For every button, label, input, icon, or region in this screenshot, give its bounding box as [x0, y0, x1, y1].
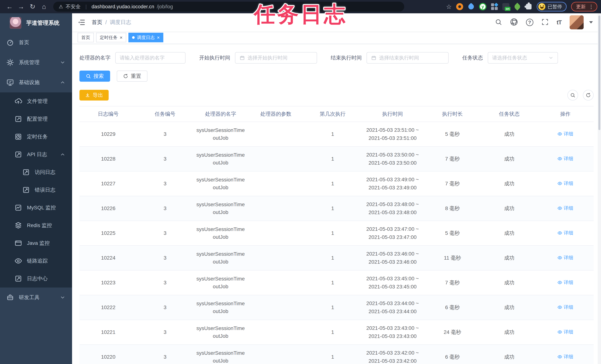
cell-handler-param: [248, 157, 304, 161]
hamburger-icon[interactable]: [78, 19, 85, 26]
handler-name-field[interactable]: [120, 55, 181, 61]
address-bar[interactable]: ⚠ 不安全 | dashboard.yudao.iocoder.cn/job/l…: [53, 2, 404, 12]
user-avatar[interactable]: [570, 15, 584, 29]
cell-execute-index: 1: [303, 327, 361, 337]
detail-link[interactable]: 详细: [557, 230, 573, 236]
sidebar-item-config-manage[interactable]: 配置管理: [0, 110, 72, 128]
extensions-puzzle-icon[interactable]: [525, 3, 532, 10]
eye-icon: [557, 305, 562, 310]
tag-close-icon[interactable]: ×: [120, 35, 122, 40]
search-icon: [86, 73, 91, 79]
refresh-icon: [586, 92, 591, 98]
sidebar-item-job[interactable]: 定时任务: [0, 128, 72, 146]
browser-update-menu-button[interactable]: 更新 ⋮: [571, 2, 597, 11]
app-logo[interactable]: 芋道管理系统: [0, 13, 72, 32]
sidebar-item-home[interactable]: 首页: [0, 32, 72, 52]
active-dot-icon: [132, 36, 135, 39]
table-row: 10220 3 sysUserSessionTimeoutJob 1 2021-…: [80, 345, 594, 364]
browser-home-button[interactable]: ⌂: [39, 0, 49, 13]
bookmark-star-icon[interactable]: ☆: [446, 3, 452, 10]
github-icon[interactable]: [510, 18, 518, 27]
detail-link[interactable]: 详细: [557, 131, 573, 137]
extension-blue-drop-icon[interactable]: [468, 3, 475, 10]
sidebar-item-infra[interactable]: 基础设施: [0, 72, 72, 92]
end-time-picker[interactable]: [367, 52, 449, 64]
cell-log-id: 10223: [80, 278, 137, 287]
detail-link[interactable]: 详细: [557, 180, 573, 187]
detail-link[interactable]: 详细: [557, 205, 573, 211]
detail-link[interactable]: 详细: [557, 155, 573, 162]
detail-link[interactable]: 详细: [557, 329, 573, 335]
reset-button[interactable]: 重置: [117, 71, 147, 82]
status-select-field[interactable]: [492, 55, 546, 61]
page-scrollbar[interactable]: [598, 13, 601, 364]
search-button[interactable]: 搜索: [80, 71, 110, 82]
filter-begin-time: 开始执行时间: [199, 52, 317, 64]
end-time-field[interactable]: [379, 55, 444, 61]
cell-execute-time: 2021-05-03 23:47:00 ~ 2021-05-03 23:47:0…: [362, 223, 423, 243]
chevron-down-icon: [60, 60, 65, 65]
sidebar-item-file-manage[interactable]: 文件管理: [0, 92, 72, 110]
detail-link[interactable]: 详细: [557, 354, 573, 360]
sidebar-item-system[interactable]: 系统管理: [0, 52, 72, 72]
detail-link[interactable]: 详细: [557, 304, 573, 310]
cell-actions: 详细: [537, 327, 594, 338]
status-select[interactable]: [488, 52, 558, 64]
sidebar-item-mysql-monitor[interactable]: MySQL 监控: [0, 199, 72, 217]
col-handler-name: 处理器的名字: [193, 111, 248, 118]
cell-handler-name: sysUserSessionTimeoutJob: [193, 323, 248, 342]
extension-green-y-icon[interactable]: y: [479, 3, 486, 10]
tag-close-icon[interactable]: ×: [157, 35, 160, 40]
sidebar-item-trace[interactable]: 链路追踪: [0, 252, 72, 270]
sidebar-item-log-center[interactable]: 日志中心: [0, 270, 72, 287]
toggle-search-button[interactable]: [567, 90, 578, 101]
sidebar-item-java-monitor[interactable]: Java 监控: [0, 234, 72, 252]
cell-actions: 详细: [537, 153, 594, 164]
extension-leaf-icon[interactable]: [514, 3, 521, 10]
sidebar-item-redis-monitor[interactable]: Redis 监控: [0, 217, 72, 234]
extension-orange-icon[interactable]: [456, 3, 463, 10]
app-logo-image: [10, 17, 21, 29]
font-size-icon[interactable]: tT: [557, 19, 561, 26]
sidebar-item-access-log[interactable]: 访问日志: [0, 163, 72, 181]
browser-back-button[interactable]: ←: [5, 0, 14, 13]
avatar-caret-down-icon[interactable]: [589, 21, 593, 23]
cell-handler-param: [248, 207, 304, 210]
sidebar-item-dev-tools[interactable]: 研发工具: [0, 287, 72, 307]
extension-grid-icon[interactable]: [491, 3, 498, 10]
sidebar-item-api-log[interactable]: API 日志: [0, 146, 72, 163]
detail-link[interactable]: 详细: [557, 254, 573, 261]
cell-duration: 5 毫秒: [423, 129, 481, 140]
browser-forward-button[interactable]: →: [16, 0, 26, 13]
breadcrumb-home[interactable]: 首页: [92, 19, 102, 26]
security-label[interactable]: 不安全: [66, 3, 80, 10]
calendar-icon: [240, 55, 245, 61]
refresh-table-button[interactable]: [583, 90, 594, 101]
extension-on-badge-icon[interactable]: on: [502, 3, 509, 10]
detail-link[interactable]: 详细: [557, 279, 573, 286]
browser-reload-button[interactable]: ↻: [28, 0, 37, 13]
help-icon[interactable]: ?: [526, 19, 533, 26]
cell-status: 成功: [481, 129, 537, 140]
fullscreen-icon[interactable]: [541, 19, 549, 26]
cell-handler-name: sysUserSessionTimeoutJob: [193, 347, 248, 364]
export-button[interactable]: 导出: [80, 90, 109, 101]
filter-end-time: 结束执行时间: [331, 52, 449, 64]
tag-job[interactable]: 定时任务 ×: [96, 33, 126, 42]
tag-job-log[interactable]: 调度日志 ×: [128, 33, 163, 42]
table-row: 10226 3 sysUserSessionTimeoutJob 1 2021-…: [80, 196, 594, 221]
browser-profile-button[interactable]: 已暂停: [537, 2, 567, 11]
search-icon[interactable]: [495, 19, 502, 26]
cell-handler-param: [248, 256, 304, 260]
tag-home[interactable]: 首页: [78, 33, 94, 42]
log-edit-icon: [22, 168, 30, 176]
begin-time-picker[interactable]: [235, 52, 317, 64]
timer-icon: [14, 133, 22, 141]
cell-task-id: 3: [137, 253, 193, 263]
handler-name-input[interactable]: [115, 52, 185, 64]
begin-time-field[interactable]: [248, 55, 313, 61]
sidebar-item-error-log[interactable]: 错误日志: [0, 181, 72, 199]
cell-log-id: 10226: [80, 204, 137, 213]
scrollbar-thumb[interactable]: [598, 16, 600, 130]
eye-icon: [557, 156, 562, 161]
